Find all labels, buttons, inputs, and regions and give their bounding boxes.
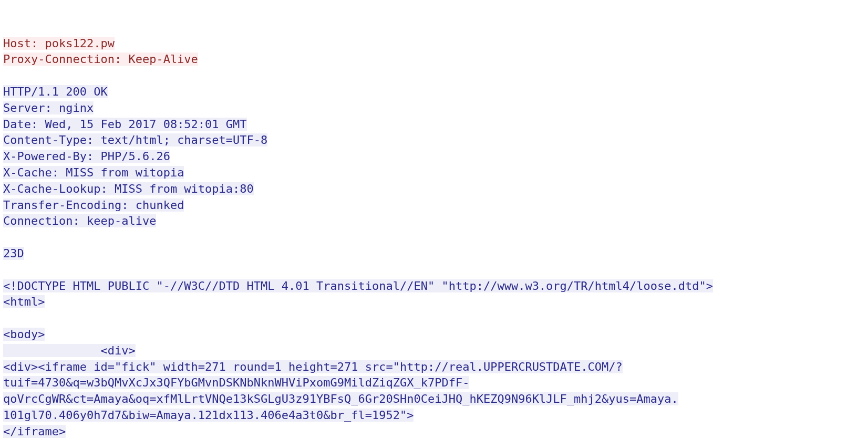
response-header: X-Cache: MISS from witopia <box>3 166 184 179</box>
response-header: Transfer-Encoding: chunked <box>3 198 184 212</box>
body-line: <div> <box>3 344 136 357</box>
body-line: 101gl70.406y0h7d7&biw=Amaya.121dx113.406… <box>3 409 414 422</box>
http-trace: Host: poks122.pw Proxy-Connection: Keep-… <box>3 36 865 439</box>
response-header: X-Powered-By: PHP/5.6.26 <box>3 150 170 163</box>
body-line: <html> <box>3 295 45 308</box>
response-header: Date: Wed, 15 Feb 2017 08:52:01 GMT <box>3 118 247 131</box>
body-line: <div><iframe id="fick" width=271 round=1… <box>3 360 623 373</box>
response-header: Server: nginx <box>3 101 94 114</box>
response-header: X-Cache-Lookup: MISS from witopia:80 <box>3 182 254 195</box>
response-header: HTTP/1.1 200 OK <box>3 85 108 98</box>
request-line: Host: poks122.pw <box>3 37 115 50</box>
response-header: Content-Type: text/html; charset=UTF-8 <box>3 133 267 147</box>
request-line: Proxy-Connection: Keep-Alive <box>3 53 198 66</box>
body-line: <!DOCTYPE HTML PUBLIC "-//W3C//DTD HTML … <box>3 279 713 292</box>
body-line: <body> <box>3 328 45 341</box>
body-line: qoVrcCgWR&ct=Amaya&oq=xfMlLrtVNQe13kSGLg… <box>3 392 678 405</box>
response-header: Connection: keep-alive <box>3 214 156 227</box>
body-line: tuif=4730&q=w3bQMvXcJx3QFYbGMvnDSKNbNknW… <box>3 376 469 389</box>
body-line: </iframe> <box>3 425 66 438</box>
chunk-size: 23D <box>3 247 24 260</box>
